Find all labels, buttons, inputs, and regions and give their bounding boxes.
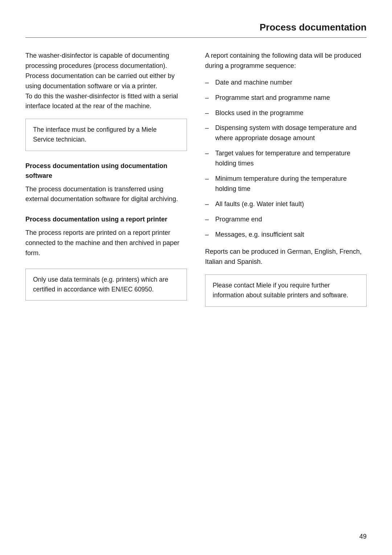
bullet-list: Date and machine numberProgramme start a… [205, 78, 367, 240]
page-container: Process documentation The washer-disinfe… [0, 0, 392, 555]
section2-body: The process reports are printed on a rep… [25, 228, 187, 258]
list-item: Messages, e.g. insufficient salt [205, 230, 367, 240]
list-item: Dispensing system with dosage temperatur… [205, 123, 367, 143]
list-item: Date and machine number [205, 78, 367, 88]
contact-note-box: Please contact Miele if you require furt… [205, 274, 367, 306]
section1-body: The process documentation is transferred… [25, 184, 187, 205]
printer-note-box: Only use data terminals (e.g. printers) … [25, 269, 187, 301]
report-intro: A report containing the following data w… [205, 51, 367, 71]
interface-note-text: The interface must be configured by a Mi… [33, 126, 156, 143]
report-footer: Reports can be produced in German, Engli… [205, 247, 367, 267]
page-title: Process documentation [25, 22, 367, 38]
list-item: Minimum temperature during the temperatu… [205, 174, 367, 194]
list-item: Programme end [205, 215, 367, 225]
section1-heading: Process documentation using documentatio… [25, 161, 187, 181]
list-item: All faults (e.g. Water inlet fault) [205, 199, 367, 209]
list-item: Programme start and programme name [205, 93, 367, 103]
right-column: A report containing the following data w… [205, 51, 367, 317]
page-number: 49 [359, 533, 367, 540]
two-column-layout: The washer-disinfector is capable of doc… [25, 51, 367, 317]
interface-note-box: The interface must be configured by a Mi… [25, 119, 187, 151]
printer-note-text: Only use data terminals (e.g. printers) … [33, 276, 168, 293]
intro-text: The washer-disinfector is capable of doc… [25, 51, 187, 111]
contact-note-text: Please contact Miele if you require furt… [213, 282, 348, 299]
list-item: Blocks used in the programme [205, 108, 367, 118]
list-item: Target values for temperature and temper… [205, 148, 367, 169]
left-column: The washer-disinfector is capable of doc… [25, 51, 187, 317]
section2-heading: Process documentation using a report pri… [25, 215, 187, 224]
